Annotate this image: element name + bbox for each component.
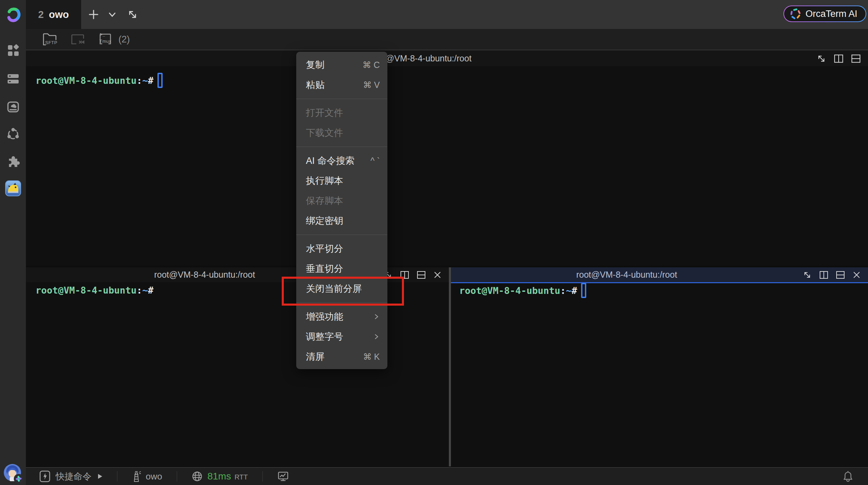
tab-label: owo — [49, 9, 69, 20]
menu-divider — [296, 235, 387, 235]
menu-item-adjust-font-size[interactable]: 调整字号 — [296, 327, 387, 347]
menu-item-bind-key[interactable]: 绑定密钥 — [296, 211, 387, 231]
menu-item-download-file: 下载文件 — [296, 123, 387, 143]
fullscreen-button[interactable] — [127, 0, 138, 29]
menu-item-run-script[interactable]: 执行脚本 — [296, 171, 387, 191]
menu-item-copy[interactable]: 复制 ⌘ C — [296, 55, 387, 75]
host-label: owo — [146, 471, 162, 482]
sidebar-item-pokemon-app[interactable] — [0, 179, 26, 198]
terminal-top[interactable]: root@VM-8-4-ubuntu:~# — [26, 66, 868, 266]
submenu-chevron-icon — [373, 313, 380, 320]
notifications-button[interactable] — [842, 471, 853, 482]
split-horizontal-icon[interactable] — [416, 270, 426, 280]
orcaterm-window: 2 owo — [0, 0, 868, 485]
host-indicator[interactable]: owo — [132, 470, 162, 483]
ai-pinwheel-icon — [790, 8, 801, 20]
sidebar-item-apps[interactable] — [0, 41, 26, 60]
quick-command-label: 快捷命令 — [56, 471, 91, 483]
globe-icon — [192, 471, 203, 482]
tab-owo[interactable]: 2 owo — [26, 0, 81, 29]
tmux-glyph: >_ — [100, 32, 105, 37]
menu-divider — [296, 99, 387, 99]
menu-item-enhanced-features[interactable]: 增强功能 — [296, 307, 387, 327]
close-pane-icon[interactable] — [852, 270, 861, 279]
pane-bottom-left-title: root@VM-8-4-ubuntu:/root — [154, 270, 255, 280]
menu-item-clear-screen[interactable]: 清屏 ⌘ K — [296, 347, 387, 367]
tmux-session-count: (2) — [118, 34, 130, 45]
bell-icon — [842, 471, 853, 482]
latency-unit: RTT — [234, 473, 248, 481]
annotation-red-box — [282, 277, 404, 306]
latency-value: 81ms — [208, 471, 231, 482]
monitor-button[interactable] — [277, 471, 289, 482]
split-vertical-icon[interactable] — [819, 270, 829, 280]
disconnect-button — [67, 29, 88, 50]
pane-bottom-right-header[interactable]: root@VM-8-4-ubuntu:/root — [451, 267, 868, 283]
ai-button-label: OrcaTerm AI — [806, 9, 857, 19]
split-horizontal-icon[interactable] — [836, 270, 845, 280]
new-tab-button[interactable] — [87, 0, 100, 29]
pane-maximize-icon[interactable] — [816, 53, 827, 64]
tab-bar: 2 owo — [26, 0, 868, 29]
tmux-icon-label: Tmux — [99, 39, 112, 44]
tab-dropdown-button[interactable] — [107, 0, 117, 29]
sidebar-item-cloud-storage[interactable] — [0, 97, 26, 117]
status-bar: 快捷命令 owo 81ms RTT — [26, 467, 868, 485]
orcaterm-ai-button[interactable]: OrcaTerm AI — [783, 6, 866, 22]
sidebar-item-extensions[interactable] — [0, 151, 26, 170]
sidebar — [0, 0, 26, 485]
pane-top-header[interactable]: root@VM-8-4-ubuntu:/root — [26, 51, 868, 66]
user-avatar[interactable] — [0, 462, 26, 484]
quick-command-button[interactable]: 快捷命令 — [39, 470, 103, 483]
menu-divider — [296, 147, 387, 147]
menu-item-save-script: 保存脚本 — [296, 191, 387, 211]
menu-item-split-horizontal[interactable]: 水平切分 — [296, 239, 387, 259]
tab-index: 2 — [38, 9, 44, 20]
split-vertical-icon[interactable] — [833, 53, 844, 64]
pane-maximize-icon[interactable] — [802, 270, 812, 280]
split-horizontal-icon[interactable] — [851, 53, 861, 64]
sftp-button[interactable]: SFTP — [40, 29, 60, 50]
menu-item-open-file: 打开文件 — [296, 103, 387, 123]
lightning-icon — [39, 470, 51, 483]
submenu-chevron-icon — [373, 333, 380, 340]
sftp-icon-label: SFTP — [45, 40, 57, 45]
terminal-prompt: root@VM-8-4-ubuntu:~# — [459, 283, 868, 298]
menu-item-paste[interactable]: 粘贴 ⌘ V — [296, 75, 387, 95]
session-toolbar: SFTP >_ Tmux (2) — [26, 29, 868, 50]
terminal-cursor — [157, 73, 163, 88]
latency-indicator[interactable]: 81ms RTT — [192, 471, 248, 482]
sidebar-item-share-network[interactable] — [0, 124, 26, 143]
terminal-bottom-right[interactable]: root@VM-8-4-ubuntu:~# — [451, 283, 868, 466]
lighthouse-icon — [132, 470, 141, 483]
tmux-button[interactable]: >_ Tmux — [96, 29, 115, 50]
run-icon — [96, 473, 103, 480]
performance-chart-icon — [277, 471, 289, 482]
menu-item-ai-command-search[interactable]: AI 命令搜索 ^ ` — [296, 151, 387, 171]
pane-bottom-right-title: root@VM-8-4-ubuntu:/root — [576, 270, 677, 280]
terminal-prompt: root@VM-8-4-ubuntu:~# — [36, 73, 868, 88]
terminal-cursor — [581, 283, 586, 298]
close-pane-icon[interactable] — [433, 270, 442, 279]
orcaterm-logo-icon[interactable] — [0, 5, 26, 24]
sidebar-item-sessions[interactable] — [0, 69, 26, 88]
menu-item-split-vertical[interactable]: 垂直切分 — [296, 259, 387, 279]
context-menu: 复制 ⌘ C 粘贴 ⌘ V 打开文件 下载文件 AI 命令搜索 ^ ` 执行脚本… — [296, 52, 387, 369]
